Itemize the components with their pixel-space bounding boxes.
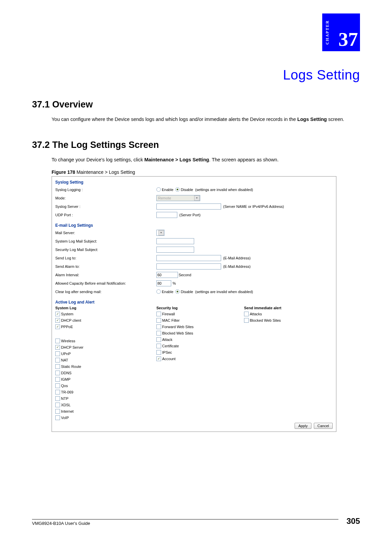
checkbox-label: TR-069 — [61, 390, 73, 394]
checkbox-row: Attacks — [244, 311, 311, 317]
checkbox-row: NTP — [55, 395, 156, 402]
row-send-log-to: Send Log to: (E-Mail Address) — [55, 254, 333, 262]
radio-syslog-enable[interactable] — [156, 187, 161, 192]
checkbox-row — [55, 330, 156, 338]
checkbox-label: Attacks — [250, 312, 262, 316]
checkbox-label: UPnP — [61, 352, 71, 356]
text-bold: Logs Setting — [297, 117, 327, 122]
checkbox[interactable] — [156, 318, 161, 323]
input-syslog-server[interactable] — [156, 203, 221, 210]
checkbox[interactable]: ✓ — [55, 324, 60, 329]
input-send-log-to[interactable] — [156, 255, 221, 261]
checkbox[interactable]: ✓ — [55, 318, 60, 323]
chevron-down-icon: ▾ — [158, 230, 164, 235]
checkbox-label: System — [61, 312, 73, 316]
checkbox[interactable] — [244, 312, 249, 316]
checkbox[interactable]: ✓ — [55, 312, 60, 316]
column-head-send-immediate-alert: Send immediate alert — [244, 306, 311, 311]
label-mail-server: Mail Server: — [55, 231, 156, 235]
checkbox[interactable] — [55, 358, 60, 362]
checkbox[interactable] — [156, 337, 161, 342]
page-footer: VMG8924-B10A User's Guide 305 — [32, 516, 360, 526]
note-clear-log: (settings are invalid when disabled) — [195, 290, 253, 294]
cancel-button[interactable]: Cancel — [314, 423, 333, 429]
page: CHAPTER 37 Logs Setting 37.1 Overview Yo… — [0, 0, 392, 538]
select-mode[interactable]: Remote ▾ — [156, 195, 200, 201]
checkbox[interactable]: ✓ — [156, 356, 161, 361]
label-syslog-server: Syslog Server : — [55, 204, 156, 209]
input-alarm-interval[interactable]: 60 — [156, 272, 178, 278]
checkbox[interactable]: ✓ — [55, 345, 60, 350]
note-syslog-server: (Server NAME or IPv4/IPv6 Address) — [223, 204, 284, 209]
checkbox-row: IGMP — [55, 376, 156, 382]
column-security-log: Security log FirewallMAC FilterForward W… — [156, 306, 244, 421]
input-system-log-subject[interactable] — [156, 238, 194, 244]
checkbox-row: Wireless — [55, 338, 156, 344]
apply-button[interactable]: Apply — [295, 423, 311, 429]
checkbox-row: MAC Filter — [156, 317, 244, 323]
email-section-title: E-mail Log Settings — [55, 222, 333, 228]
checkbox[interactable] — [55, 390, 60, 394]
radio-clear-enable[interactable] — [156, 289, 161, 294]
checkbox-label: DHCP client — [61, 318, 81, 322]
text-bold: Maintenance > Logs Setting — [144, 157, 209, 162]
checkbox[interactable] — [156, 344, 161, 348]
checkbox-row: XDSL — [55, 402, 156, 408]
column-head-security-log: Security log — [156, 306, 244, 311]
row-udp-port: UDP Port : (Server Port) — [55, 211, 333, 219]
row-allowed-capacity: Allowed Capacity Before email Notificati… — [55, 279, 333, 287]
footer-guide-title: VMG8924-B10A User's Guide — [32, 521, 338, 526]
row-syslog-server: Syslog Server : (Server NAME or IPv4/IPv… — [55, 202, 333, 211]
checkbox[interactable] — [55, 371, 60, 375]
checkbox[interactable] — [55, 396, 60, 401]
select-mail-server[interactable]: ▾ — [156, 230, 164, 236]
row-send-alarm-to: Send Alarm to: (E-Mail Address) — [55, 262, 333, 271]
checkbox[interactable] — [55, 377, 60, 382]
row-system-log-subject: System Log Mail Subject: — [55, 237, 333, 245]
checkbox[interactable] — [55, 403, 60, 407]
radio-syslog-disable[interactable] — [175, 187, 180, 192]
input-allowed-capacity[interactable]: 80 — [156, 280, 171, 286]
input-udp-port[interactable] — [156, 212, 177, 218]
checkbox-row: Blocked Web Sites — [244, 317, 311, 323]
checkbox[interactable] — [156, 350, 161, 355]
checkbox-row: ✓DHCP Server — [55, 344, 156, 350]
checkbox[interactable] — [244, 318, 249, 323]
checkbox-row: Attack — [156, 336, 244, 343]
checkbox-row: Static Route — [55, 363, 156, 370]
checkbox-label: Account — [162, 357, 176, 361]
checkbox-row: Firewall — [156, 311, 244, 317]
column-head-system-log: System Log — [55, 306, 156, 311]
figure-title: Maintenance > Logs Setting — [75, 169, 135, 175]
section-37-2-paragraph: To change your Device's log settings, cl… — [52, 156, 360, 163]
checkbox[interactable] — [156, 312, 161, 316]
note-send-log-to: (E-Mail Address) — [223, 256, 250, 260]
checkbox[interactable] — [55, 383, 60, 388]
unit-alarm-interval: Second — [179, 273, 191, 277]
figure-caption: Figure 178 Maintenance > Logs Setting — [52, 169, 360, 175]
checkbox[interactable] — [55, 409, 60, 414]
checkbox[interactable] — [55, 351, 60, 356]
checkbox[interactable] — [55, 339, 60, 343]
checkbox-label: Firewall — [162, 312, 175, 316]
input-security-log-subject[interactable] — [156, 247, 194, 253]
input-send-alarm-to[interactable] — [156, 263, 221, 270]
radio-label-enable: Enable — [162, 188, 173, 192]
active-log-grid: System Log ✓System✓DHCP client✓PPPoEWire… — [55, 306, 333, 421]
checkbox-label: NAT — [61, 358, 68, 362]
note-udp-port: (Server Port) — [179, 213, 201, 217]
checkbox-label: Blocked Web Sites — [250, 318, 281, 322]
radio-clear-disable[interactable] — [175, 289, 180, 294]
checkbox-row: ✓System — [55, 311, 156, 317]
checkbox-label: IPSec — [162, 350, 172, 354]
checkbox-label: Static Route — [61, 365, 81, 369]
checkbox-label: IGMP — [61, 377, 70, 381]
checkbox[interactable] — [55, 364, 60, 369]
checkbox-label: XDSL — [61, 403, 71, 407]
checkbox[interactable] — [55, 415, 60, 420]
checkbox[interactable] — [156, 324, 161, 329]
note-syslog-logging: (settings are invalid when disabled) — [195, 188, 253, 192]
label-send-log-to: Send Log to: — [55, 256, 156, 260]
checkbox[interactable] — [156, 331, 161, 336]
checkbox-row: Blocked Web Sites — [156, 330, 244, 336]
